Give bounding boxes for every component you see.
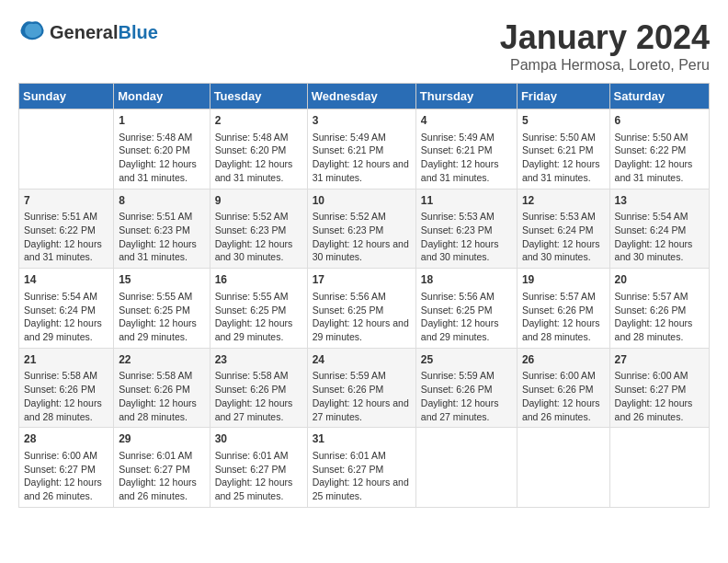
sunset-text: Sunset: 6:26 PM bbox=[215, 383, 302, 396]
day-number: 27 bbox=[615, 352, 704, 368]
daylight-text: Daylight: 12 hours and 25 minutes. bbox=[313, 476, 411, 502]
sunrise-text: Sunrise: 5:51 AM bbox=[24, 210, 108, 224]
sunset-text: Sunset: 6:25 PM bbox=[215, 304, 302, 317]
calendar-week-row: 21Sunrise: 5:58 AMSunset: 6:26 PMDayligh… bbox=[19, 348, 710, 428]
calendar-cell: 14Sunrise: 5:54 AMSunset: 6:24 PMDayligh… bbox=[19, 269, 114, 349]
daylight-text: Daylight: 12 hours and 27 minutes. bbox=[215, 396, 302, 423]
sunrise-text: Sunrise: 5:50 AM bbox=[522, 131, 605, 144]
sunset-text: Sunset: 6:27 PM bbox=[24, 463, 108, 477]
col-thursday: Thursday bbox=[415, 84, 517, 109]
sunset-text: Sunset: 6:27 PM bbox=[119, 463, 204, 477]
daylight-text: Daylight: 12 hours and 31 minutes. bbox=[119, 157, 204, 184]
daylight-text: Daylight: 12 hours and 29 minutes. bbox=[24, 316, 108, 343]
calendar-cell: 30Sunrise: 6:01 AMSunset: 6:27 PMDayligh… bbox=[210, 428, 307, 508]
calendar-cell: 8Sunrise: 5:51 AMSunset: 6:23 PMDaylight… bbox=[114, 189, 210, 269]
daylight-text: Daylight: 12 hours and 28 minutes. bbox=[615, 316, 704, 343]
sunrise-text: Sunrise: 5:58 AM bbox=[24, 369, 108, 383]
calendar-cell: 12Sunrise: 5:53 AMSunset: 6:24 PMDayligh… bbox=[517, 189, 609, 269]
sunset-text: Sunset: 6:26 PM bbox=[615, 304, 704, 317]
calendar-cell: 17Sunrise: 5:56 AMSunset: 6:25 PMDayligh… bbox=[307, 269, 415, 349]
day-number: 23 bbox=[215, 352, 302, 368]
col-tuesday: Tuesday bbox=[210, 84, 307, 109]
daylight-text: Daylight: 12 hours and 28 minutes. bbox=[522, 316, 605, 343]
sunset-text: Sunset: 6:25 PM bbox=[421, 304, 512, 317]
daylight-text: Daylight: 12 hours and 31 minutes. bbox=[615, 157, 704, 184]
daylight-text: Daylight: 12 hours and 30 minutes. bbox=[522, 237, 605, 264]
day-number: 5 bbox=[522, 113, 605, 129]
calendar-cell: 18Sunrise: 5:56 AMSunset: 6:25 PMDayligh… bbox=[415, 269, 517, 349]
day-number: 21 bbox=[24, 352, 108, 368]
calendar-cell: 15Sunrise: 5:55 AMSunset: 6:25 PMDayligh… bbox=[114, 269, 210, 349]
sunrise-text: Sunrise: 5:52 AM bbox=[215, 210, 302, 224]
day-number: 12 bbox=[522, 193, 605, 209]
daylight-text: Daylight: 12 hours and 27 minutes. bbox=[421, 396, 512, 423]
calendar-cell: 28Sunrise: 6:00 AMSunset: 6:27 PMDayligh… bbox=[19, 428, 114, 508]
sunrise-text: Sunrise: 5:48 AM bbox=[215, 131, 302, 144]
daylight-text: Daylight: 12 hours and 29 minutes. bbox=[313, 316, 411, 343]
sunset-text: Sunset: 6:27 PM bbox=[615, 383, 704, 396]
day-number: 29 bbox=[119, 431, 204, 447]
sunset-text: Sunset: 6:24 PM bbox=[615, 224, 704, 237]
day-number: 13 bbox=[615, 193, 704, 209]
title-block: January 2024 Pampa Hermosa, Loreto, Peru bbox=[500, 18, 710, 74]
calendar-cell: 27Sunrise: 6:00 AMSunset: 6:27 PMDayligh… bbox=[609, 348, 709, 428]
calendar-cell: 10Sunrise: 5:52 AMSunset: 6:23 PMDayligh… bbox=[307, 189, 415, 269]
calendar-week-row: 14Sunrise: 5:54 AMSunset: 6:24 PMDayligh… bbox=[19, 269, 710, 349]
day-number: 22 bbox=[119, 352, 204, 368]
sunset-text: Sunset: 6:21 PM bbox=[421, 144, 512, 157]
sunset-text: Sunset: 6:21 PM bbox=[522, 144, 605, 157]
sunset-text: Sunset: 6:26 PM bbox=[522, 383, 605, 396]
calendar-cell bbox=[517, 428, 609, 508]
day-number: 14 bbox=[24, 272, 108, 288]
daylight-text: Daylight: 12 hours and 30 minutes. bbox=[421, 237, 512, 264]
day-number: 30 bbox=[215, 431, 302, 447]
col-friday: Friday bbox=[517, 84, 609, 109]
sunrise-text: Sunrise: 5:59 AM bbox=[421, 369, 512, 383]
day-number: 17 bbox=[313, 272, 411, 288]
sunset-text: Sunset: 6:27 PM bbox=[313, 463, 411, 477]
day-number: 8 bbox=[119, 193, 204, 209]
sunset-text: Sunset: 6:22 PM bbox=[615, 144, 704, 157]
calendar-cell: 26Sunrise: 6:00 AMSunset: 6:26 PMDayligh… bbox=[517, 348, 609, 428]
calendar-cell: 22Sunrise: 5:58 AMSunset: 6:26 PMDayligh… bbox=[114, 348, 210, 428]
day-number: 7 bbox=[24, 193, 108, 209]
daylight-text: Daylight: 12 hours and 26 minutes. bbox=[119, 476, 204, 502]
sunset-text: Sunset: 6:24 PM bbox=[24, 304, 108, 317]
day-number: 9 bbox=[215, 193, 302, 209]
day-number: 1 bbox=[119, 113, 204, 129]
col-saturday: Saturday bbox=[609, 84, 709, 109]
daylight-text: Daylight: 12 hours and 28 minutes. bbox=[119, 396, 204, 423]
sunrise-text: Sunrise: 5:55 AM bbox=[119, 290, 204, 304]
daylight-text: Daylight: 12 hours and 31 minutes. bbox=[421, 157, 512, 184]
day-number: 6 bbox=[615, 113, 704, 129]
sunrise-text: Sunrise: 5:50 AM bbox=[615, 131, 704, 144]
day-number: 11 bbox=[421, 193, 512, 209]
day-number: 26 bbox=[522, 352, 605, 368]
daylight-text: Daylight: 12 hours and 26 minutes. bbox=[24, 476, 108, 502]
calendar-cell bbox=[609, 428, 709, 508]
sunrise-text: Sunrise: 6:00 AM bbox=[615, 369, 704, 383]
daylight-text: Daylight: 12 hours and 30 minutes. bbox=[215, 237, 302, 264]
sunset-text: Sunset: 6:25 PM bbox=[313, 304, 411, 317]
page-header: GeneralBlue January 2024 Pampa Hermosa, … bbox=[18, 18, 710, 74]
sunrise-text: Sunrise: 5:49 AM bbox=[421, 131, 512, 144]
sunrise-text: Sunrise: 5:49 AM bbox=[313, 131, 411, 144]
sunrise-text: Sunrise: 6:00 AM bbox=[522, 369, 605, 383]
day-number: 19 bbox=[522, 272, 605, 288]
calendar-cell: 20Sunrise: 5:57 AMSunset: 6:26 PMDayligh… bbox=[609, 269, 709, 349]
daylight-text: Daylight: 12 hours and 31 minutes. bbox=[24, 237, 108, 264]
sunrise-text: Sunrise: 5:58 AM bbox=[119, 369, 204, 383]
logo-icon bbox=[18, 18, 46, 46]
sunset-text: Sunset: 6:21 PM bbox=[313, 144, 411, 157]
calendar-cell: 31Sunrise: 6:01 AMSunset: 6:27 PMDayligh… bbox=[307, 428, 415, 508]
sunset-text: Sunset: 6:22 PM bbox=[24, 224, 108, 237]
sunrise-text: Sunrise: 5:48 AM bbox=[119, 131, 204, 144]
sunrise-text: Sunrise: 5:55 AM bbox=[215, 290, 302, 304]
sunset-text: Sunset: 6:24 PM bbox=[522, 224, 605, 237]
calendar-cell: 21Sunrise: 5:58 AMSunset: 6:26 PMDayligh… bbox=[19, 348, 114, 428]
sunrise-text: Sunrise: 6:01 AM bbox=[313, 449, 411, 463]
sunrise-text: Sunrise: 5:59 AM bbox=[313, 369, 411, 383]
sunset-text: Sunset: 6:23 PM bbox=[119, 224, 204, 237]
daylight-text: Daylight: 12 hours and 30 minutes. bbox=[615, 237, 704, 264]
calendar-cell: 2Sunrise: 5:48 AMSunset: 6:20 PMDaylight… bbox=[210, 109, 307, 190]
